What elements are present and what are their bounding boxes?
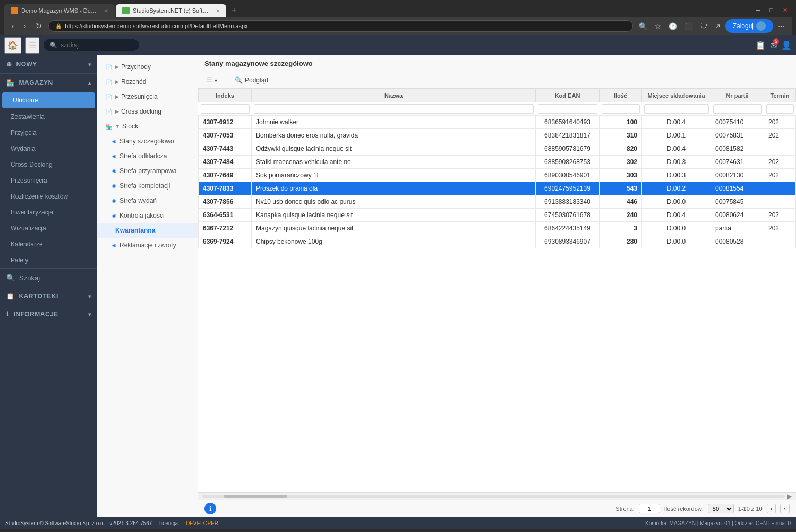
new-tab-button[interactable]: + — [227, 3, 241, 17]
more-btn[interactable]: ⋯ — [775, 19, 788, 33]
tab-2-close[interactable]: ✕ — [216, 8, 220, 14]
nav-przesuniecia[interactable]: 📄 ▶ Przesunięcia — [97, 89, 198, 104]
sidebar-item-szukaj[interactable]: 🔍 Szukaj — [0, 269, 97, 287]
browser-tab-2[interactable]: StudioSystem.NET (c) SoftwareS... ✕ — [116, 4, 226, 17]
close-button[interactable]: ✕ — [778, 6, 792, 15]
nav-reklamacje[interactable]: ◉ Reklamacje i zwroty — [97, 238, 198, 253]
sidebar-item-ulubione[interactable]: Ulubione — [2, 92, 95, 108]
table-row[interactable]: 4307-7443Odżywki quisque lacinia neque s… — [199, 142, 796, 156]
scroll-track — [202, 495, 785, 498]
search-input[interactable] — [61, 41, 124, 49]
sidebar-item-kalendarze[interactable]: Kalendarze — [0, 236, 97, 252]
ilosc-label: Ilość rekordów: — [664, 505, 704, 512]
kwarantanna-label: Kwarantanna — [115, 227, 155, 234]
minimize-button[interactable]: ─ — [752, 6, 765, 15]
sidebar-item-palety[interactable]: Palety — [0, 252, 97, 268]
forward-button[interactable]: › — [21, 20, 30, 32]
filter-indeks[interactable] — [201, 104, 250, 114]
toolbar-podglad-button[interactable]: 🔍 Podgląd — [230, 74, 272, 86]
filter-nazwa[interactable] — [254, 104, 534, 114]
filter-termin[interactable] — [766, 104, 794, 114]
refresh-button[interactable]: ↻ — [32, 20, 45, 32]
wizualizacja-label: Wizualizacja — [11, 225, 46, 232]
history-btn[interactable]: 🕐 — [666, 19, 680, 33]
address-bar[interactable]: 🔒 https://studiosystemdemo.softwarestudi… — [48, 20, 632, 32]
browser-tab-1[interactable]: Demo Magazyn WMS - Demo o... ✕ — [4, 4, 115, 17]
cross-docking-nav-label: Cross docking — [121, 108, 161, 115]
sidebar-section-nowy: ⊕ NOWY ▾ — [0, 55, 97, 74]
scroll-thumb[interactable] — [224, 495, 287, 498]
table-row[interactable]: 6364-6531Kanapka quisque lacinia neque s… — [199, 209, 796, 222]
toolbar-menu-button[interactable]: ☰ ▾ — [202, 74, 221, 86]
share-btn[interactable]: ↗ — [712, 19, 723, 33]
stany-szczegolowo-label: Stany szczegółowo — [119, 138, 174, 145]
nav-stany-szczegolowo[interactable]: ◉ Stany szczegółowo — [97, 134, 198, 149]
nav-strefa-kompletacji[interactable]: ◉ Strefa kompletacji — [97, 178, 198, 193]
table-row[interactable]: 6369-7924Chipsy bekonowe 100g69308933469… — [199, 235, 796, 248]
back-button[interactable]: ‹ — [8, 20, 18, 32]
sidebar-item-cross-docking[interactable]: Cross-Docking — [0, 157, 97, 173]
nav-przychody[interactable]: 📄 ▶ Przychody — [97, 59, 198, 74]
informacje-arrow: ▾ — [88, 312, 91, 318]
nav-strefa-odkladcza[interactable]: ◉ Strefa odkładcza — [97, 149, 198, 164]
sidebar-item-przesuniecia[interactable]: Przesunięcia — [0, 173, 97, 188]
nav-rozchod[interactable]: 📄 ▶ Rozchód — [97, 74, 198, 89]
license-label: Licencja: — [158, 520, 179, 526]
table-row[interactable]: 4307-7856Nv10 usb donec quis odio ac pur… — [199, 195, 796, 209]
informacje-label: INFORMACJE — [14, 311, 58, 318]
sidebar-kartoteki-header[interactable]: 📋 KARTOTEKI ▾ — [0, 287, 97, 305]
status-right-info: Komórka: MAGAZYN | Magazyn: 01 | Oddział… — [645, 520, 791, 526]
search-browser-btn[interactable]: 🔍 — [636, 19, 650, 33]
prev-page-button[interactable]: ‹ — [767, 504, 776, 513]
per-page-select[interactable]: 50 100 200 — [708, 504, 734, 513]
table-row[interactable]: 4307-7649Sok pomarańczowy 1l689030054690… — [199, 169, 796, 182]
notifications-button[interactable]: 📋 — [755, 40, 766, 50]
filter-ean[interactable] — [538, 104, 597, 114]
sidebar-item-wizualizacja[interactable]: Wizualizacja — [0, 220, 97, 236]
circle-icon-reklamacje: ◉ — [112, 243, 116, 248]
info-button[interactable]: ℹ — [204, 503, 216, 514]
nav-kontrola-jakosci[interactable]: ◉ Kontrola jakości — [97, 208, 198, 223]
sidebar-item-wydania[interactable]: Wydania — [0, 141, 97, 157]
table-row[interactable]: 6367-7212Magazyn quisque lacinia neque s… — [199, 222, 796, 235]
home-button[interactable]: 🏠 — [4, 37, 21, 54]
sidebar-item-rozliczenie[interactable]: Rozliczenie kosztów — [0, 188, 97, 204]
nav-strefa-przyrampowa[interactable]: ◉ Strefa przyrampowa — [97, 164, 198, 178]
user-button[interactable]: 👤 — [781, 40, 792, 50]
nav-stock[interactable]: 🏪 ▼ Stock — [97, 119, 198, 134]
table-row[interactable]: 4307-6912Johnnie walker6836591640493100D… — [199, 116, 796, 129]
extensions-btn[interactable]: ⬛ — [682, 19, 696, 33]
menu-button[interactable]: ☰ — [25, 37, 39, 54]
login-button[interactable]: Zaloguj — [725, 19, 773, 33]
sidebar-nowy-header[interactable]: ⊕ NOWY ▾ — [0, 55, 97, 73]
table-row[interactable]: 4307-7053Bomberka donec eros nulla, grav… — [199, 129, 796, 142]
tab-1-close[interactable]: ✕ — [104, 8, 108, 14]
security-btn[interactable]: 🛡 — [698, 19, 710, 33]
search-box[interactable]: 🔍 — [44, 39, 139, 51]
mail-button[interactable]: ✉ 5 — [770, 40, 777, 50]
next-page-button[interactable]: › — [780, 504, 790, 513]
sidebar-item-przyjecia[interactable]: Przyjęcia — [0, 125, 97, 141]
nav-cross-docking[interactable]: 📄 ▶ Cross docking — [97, 104, 198, 119]
page-input[interactable] — [639, 504, 660, 513]
filter-partia[interactable] — [713, 104, 762, 114]
bookmark-btn[interactable]: ☆ — [652, 19, 664, 33]
szukaj-label: Szukaj — [19, 274, 40, 282]
sidebar-section-magazyn: 🏪 MAGAZYN ▴ Ulubione Zestawienia Przyjęc… — [0, 74, 97, 269]
sidebar-magazyn-header[interactable]: 🏪 MAGAZYN ▴ — [0, 74, 97, 92]
nav-kwarantanna[interactable]: Kwarantanna — [97, 223, 198, 238]
filter-ilosc[interactable] — [602, 104, 640, 114]
nav-strefa-wydan[interactable]: ◉ Strefa wydań — [97, 193, 198, 208]
table-row[interactable]: 4307-7484Stalki maecenas vehicula ante n… — [199, 156, 796, 169]
magazyn-label: MAGAZYN — [19, 79, 53, 87]
sidebar-item-inwentaryzacja[interactable]: Inwentaryzacja — [0, 204, 97, 220]
maximize-button[interactable]: □ — [765, 6, 777, 15]
arrow-cross: ▶ — [115, 109, 119, 114]
sidebar-informacje-header[interactable]: ℹ INFORMACJE ▾ — [0, 305, 97, 323]
sidebar-item-zestawienia[interactable]: Zestawienia — [0, 109, 97, 125]
circle-icon-odkladcza: ◉ — [112, 153, 116, 159]
filter-miejsce[interactable] — [644, 104, 709, 114]
horizontal-scrollbar[interactable]: ▶ — [198, 492, 796, 500]
scroll-right-arrow[interactable]: ▶ — [787, 493, 792, 500]
table-row[interactable]: 4307-7833Proszek do prania ola6902475952… — [199, 182, 796, 195]
